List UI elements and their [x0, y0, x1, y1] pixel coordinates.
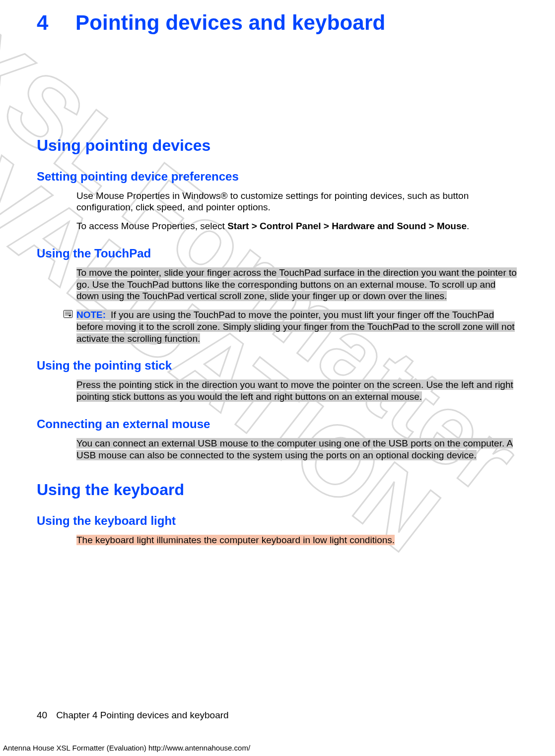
touchpad-note: NOTE:If you are using the TouchPad to mo… — [64, 309, 518, 344]
footer-text: Chapter 4 Pointing devices and keyboard — [56, 710, 229, 720]
section-pointing-heading: Using pointing devices — [37, 135, 518, 155]
subsection-mouse-heading: Connecting an external mouse — [37, 417, 518, 432]
note-label: NOTE: — [76, 310, 106, 320]
chapter-title-text: Pointing devices and keyboard — [75, 11, 385, 34]
stick-p1: Press the pointing stick in the directio… — [76, 379, 518, 403]
touchpad-note-text: NOTE:If you are using the TouchPad to mo… — [76, 309, 518, 344]
prefs-p2c: . — [467, 221, 469, 231]
prefs-p1: Use Mouse Properties in Windows® to cust… — [76, 190, 518, 214]
touchpad-body: To move the pointer, slide your finger a… — [76, 267, 518, 302]
prefs-p2: To access Mouse Properties, select Start… — [76, 220, 518, 232]
subsection-prefs-heading: Setting pointing device preferences — [37, 169, 518, 184]
svg-rect-0 — [64, 311, 72, 318]
section-keyboard-heading: Using the keyboard — [37, 480, 518, 500]
prefs-body: Use Mouse Properties in Windows® to cust… — [76, 190, 518, 232]
page-number: 40 — [37, 710, 47, 720]
stick-body: Press the pointing stick in the directio… — [76, 379, 518, 403]
light-body: The keyboard light illuminates the compu… — [76, 534, 518, 546]
subsection-stick-heading: Using the pointing stick — [37, 358, 518, 373]
note-icon — [64, 310, 72, 318]
subsection-touchpad-heading: Using the TouchPad — [37, 246, 518, 261]
chapter-title: 4Pointing devices and keyboard — [37, 10, 518, 36]
prefs-p2b: Start > Control Panel > Hardware and Sou… — [227, 221, 467, 231]
prefs-p2a: To access Mouse Properties, select — [76, 221, 227, 231]
page-footer: 40Chapter 4 Pointing devices and keyboar… — [37, 709, 229, 721]
stick-p1-text: Press the pointing stick in the directio… — [76, 379, 513, 402]
chapter-number: 4 — [37, 10, 75, 36]
mouse-body: You can connect an external USB mouse to… — [76, 438, 518, 461]
touchpad-p1-text: To move the pointer, slide your finger a… — [76, 267, 517, 302]
light-p1: The keyboard light illuminates the compu… — [76, 534, 518, 546]
page-content: 4Pointing devices and keyboard Using poi… — [0, 0, 555, 756]
note-body: If you are using the TouchPad to move th… — [76, 310, 515, 344]
touchpad-p1: To move the pointer, slide your finger a… — [76, 267, 518, 302]
subsection-light-heading: Using the keyboard light — [37, 513, 518, 528]
mouse-p1: You can connect an external USB mouse to… — [76, 438, 518, 461]
light-p1-text: The keyboard light illuminates the compu… — [76, 535, 395, 545]
mouse-p1-text: You can connect an external USB mouse to… — [76, 438, 513, 460]
